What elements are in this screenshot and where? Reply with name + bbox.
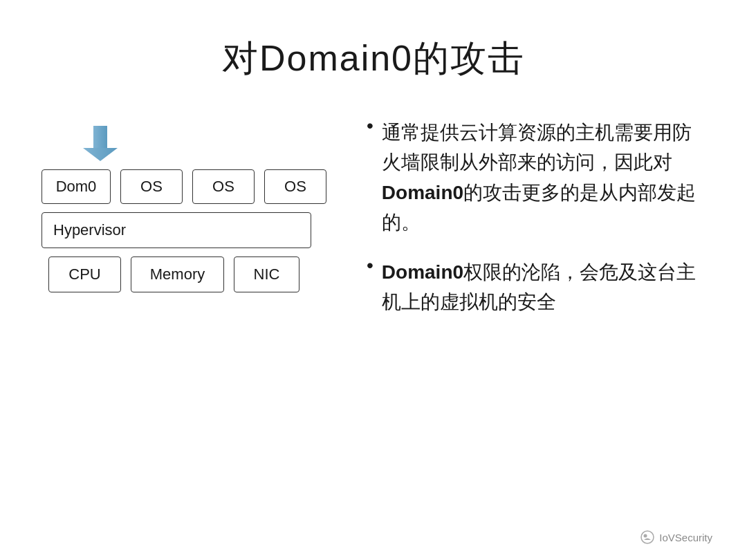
watermark-icon — [640, 530, 655, 545]
bullet-content: • 通常提供云计算资源的主机需要用防火墙限制从外部来的访问，因此对Domain0… — [367, 118, 706, 336]
diagram: Dom0 OS OS OS Hypervisor — [42, 118, 339, 292]
svg-marker-1 — [83, 148, 118, 161]
bullet-dot-1: • — [367, 115, 374, 137]
hardware-row: CPU Memory NIC — [42, 256, 339, 292]
bullet-text-1: 通常提供云计算资源的主机需要用防火墙限制从外部来的访问，因此对Domain0的攻… — [382, 118, 706, 238]
hypervisor-row: Hypervisor — [42, 212, 339, 248]
os-box-3: OS — [264, 169, 326, 204]
arrow-container — [42, 124, 339, 162]
watermark: IoVSecurity — [640, 530, 712, 545]
content-area: Dom0 OS OS OS Hypervisor — [42, 118, 706, 336]
nic-box: NIC — [234, 256, 299, 292]
os-box-2: OS — [192, 169, 255, 204]
watermark-text: IoVSecurity — [659, 532, 712, 543]
dom0-box: Dom0 — [42, 169, 111, 204]
bullet-dot-2: • — [367, 254, 374, 277]
dom-os-row: Dom0 OS OS OS — [42, 169, 339, 204]
bullet-item-2: • Domain0权限的沦陷，会危及这台主机上的虚拟机的安全 — [367, 257, 706, 317]
os-box-1: OS — [120, 169, 183, 204]
svg-point-2 — [641, 531, 654, 543]
memory-box: Memory — [131, 256, 224, 292]
domain0-bold-1: Domain0 — [382, 182, 463, 203]
down-arrow-icon — [83, 124, 118, 162]
cpu-box: CPU — [48, 256, 121, 292]
svg-rect-0 — [93, 126, 107, 148]
slide-container: 对Domain0的攻击 — [0, 0, 747, 560]
svg-point-3 — [644, 534, 647, 538]
bullet-text-2: Domain0权限的沦陷，会危及这台主机上的虚拟机的安全 — [382, 257, 706, 317]
domain0-bold-2: Domain0 — [382, 261, 463, 283]
page-title: 对Domain0的攻击 — [42, 35, 706, 83]
bullet-item-1: • 通常提供云计算资源的主机需要用防火墙限制从外部来的访问，因此对Domain0… — [367, 118, 706, 238]
hypervisor-box: Hypervisor — [42, 212, 311, 248]
